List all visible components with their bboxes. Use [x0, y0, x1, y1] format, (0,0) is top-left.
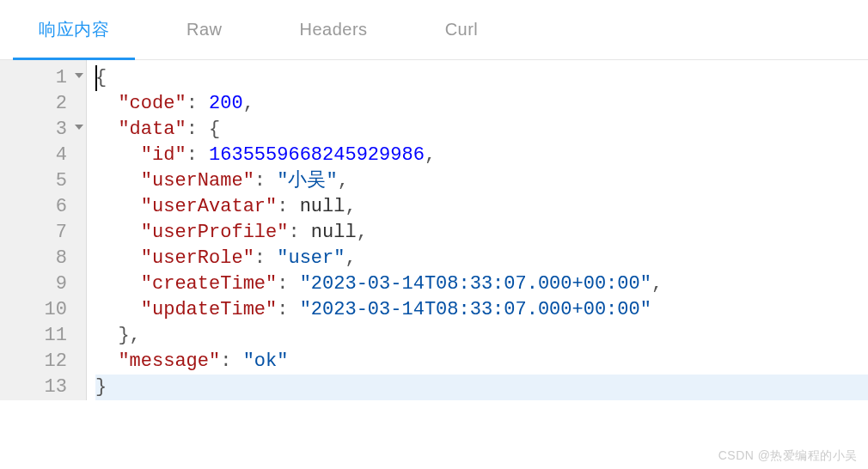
token: ,: [425, 144, 436, 166]
line-number: 5: [56, 170, 67, 192]
token: ,: [357, 222, 368, 243]
tab-1[interactable]: Raw: [148, 0, 261, 59]
token: ,: [243, 93, 254, 114]
token: :: [186, 119, 209, 140]
code-line[interactable]: "id": 1635559668245929986,: [95, 143, 868, 168]
token: {: [209, 119, 220, 140]
gutter-line: 12: [0, 349, 86, 375]
fold-marker-icon[interactable]: [75, 125, 83, 130]
token: [95, 119, 118, 140]
token: :: [254, 247, 277, 269]
watermark-text: CSDN @热爱编程的小吴: [718, 448, 858, 464]
code-line[interactable]: "data": {: [95, 117, 868, 143]
token: :: [220, 350, 242, 372]
token: [95, 170, 141, 192]
token: "data": [118, 119, 186, 140]
code-line[interactable]: "userName": "小吴",: [95, 168, 868, 194]
line-number: 12: [45, 350, 67, 372]
gutter-line: 13: [0, 375, 86, 400]
token: 200: [209, 93, 243, 114]
tab-3[interactable]: Curl: [406, 0, 517, 59]
text-cursor: [95, 65, 97, 91]
tab-0[interactable]: 响应内容: [0, 0, 148, 59]
token: ,: [338, 170, 349, 192]
token: :: [186, 144, 209, 166]
token: }: [118, 325, 129, 346]
code-area[interactable]: { "code": 200, "data": { "id": 163555966…: [87, 60, 868, 400]
gutter-line: 7: [0, 220, 86, 246]
line-gutter: 12345678910111213: [0, 60, 87, 400]
code-line[interactable]: }: [95, 375, 868, 400]
token: "2023-03-14T08:33:07.000+00:00": [300, 299, 651, 320]
line-number: 7: [56, 222, 67, 243]
token: "小吴": [277, 170, 337, 192]
code-line[interactable]: "message": "ok": [95, 349, 868, 375]
gutter-line: 10: [0, 297, 86, 323]
token: [95, 247, 141, 269]
gutter-line: 8: [0, 246, 86, 271]
code-line[interactable]: "updateTime": "2023-03-14T08:33:07.000+0…: [95, 297, 868, 323]
line-number: 13: [45, 376, 67, 398]
token: :: [254, 170, 277, 192]
line-number: 1: [56, 67, 67, 88]
line-number: 9: [56, 273, 67, 295]
token: "userProfile": [141, 222, 289, 243]
token: null: [300, 196, 345, 217]
token: "userAvatar": [141, 196, 277, 217]
gutter-line: 1: [0, 65, 86, 91]
response-tabs: 响应内容RawHeadersCurl: [0, 0, 868, 60]
gutter-line: 5: [0, 168, 86, 194]
code-line[interactable]: "userProfile": null,: [95, 220, 868, 246]
token: [95, 350, 118, 372]
token: [95, 222, 141, 243]
token: "user": [277, 247, 345, 269]
token: "ok": [243, 350, 289, 372]
gutter-line: 3: [0, 117, 86, 143]
token: ,: [345, 247, 356, 269]
code-line[interactable]: {: [95, 65, 868, 91]
token: "id": [141, 144, 186, 166]
token: [95, 144, 141, 166]
fold-marker-icon[interactable]: [75, 73, 83, 78]
line-number: 8: [56, 247, 67, 269]
token: "updateTime": [141, 299, 277, 320]
gutter-line: 6: [0, 194, 86, 220]
token: [95, 299, 141, 320]
line-number: 6: [56, 196, 67, 217]
code-line[interactable]: "userRole": "user",: [95, 246, 868, 271]
token: 1635559668245929986: [209, 144, 425, 166]
token: [95, 273, 141, 295]
line-number: 11: [45, 325, 67, 346]
line-number: 4: [56, 144, 67, 166]
line-number: 3: [56, 119, 67, 140]
token: [95, 93, 118, 114]
code-line[interactable]: "code": 200,: [95, 91, 868, 117]
code-line[interactable]: "createTime": "2023-03-14T08:33:07.000+0…: [95, 271, 868, 297]
token: "2023-03-14T08:33:07.000+00:00": [300, 273, 651, 295]
token: [95, 196, 141, 217]
token: ,: [651, 273, 663, 295]
gutter-line: 2: [0, 91, 86, 117]
token: }: [95, 376, 107, 398]
line-number: 2: [56, 93, 67, 114]
token: :: [186, 93, 209, 114]
tab-2[interactable]: Headers: [261, 0, 406, 59]
token: "code": [118, 93, 186, 114]
gutter-line: 9: [0, 271, 86, 297]
code-line[interactable]: },: [95, 323, 868, 349]
token: "message": [118, 350, 220, 372]
token: null: [311, 222, 357, 243]
token: "createTime": [141, 273, 277, 295]
token: "userRole": [141, 247, 254, 269]
line-number: 10: [45, 299, 67, 320]
code-line[interactable]: "userAvatar": null,: [95, 194, 868, 220]
json-editor: 12345678910111213 { "code": 200, "data":…: [0, 60, 868, 400]
token: :: [277, 273, 299, 295]
gutter-line: 4: [0, 143, 86, 168]
token: :: [277, 299, 299, 320]
token: ,: [345, 196, 356, 217]
gutter-line: 11: [0, 323, 86, 349]
token: "userName": [141, 170, 254, 192]
token: [95, 325, 118, 346]
token: ,: [130, 325, 141, 346]
